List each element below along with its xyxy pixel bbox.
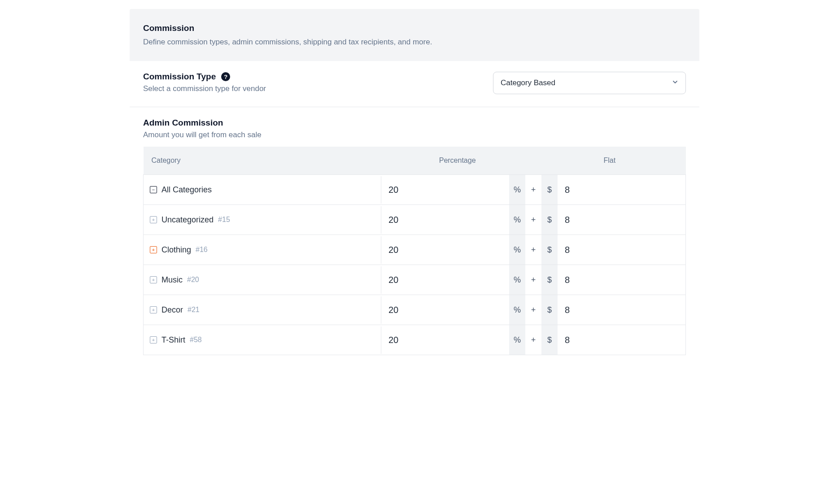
percentage-input[interactable] <box>381 235 509 265</box>
expand-icon[interactable]: + <box>150 306 157 313</box>
flat-input[interactable] <box>558 265 685 295</box>
percentage-input[interactable] <box>381 265 509 295</box>
currency-symbol: $ <box>541 205 558 235</box>
currency-symbol: $ <box>541 235 558 265</box>
percent-symbol: % <box>509 265 525 295</box>
category-id: #15 <box>218 216 230 224</box>
commission-type-label: Commission Type <box>143 72 216 82</box>
category-cell: +Music#20 <box>144 266 381 294</box>
plus-symbol: + <box>525 265 541 295</box>
plus-symbol: + <box>525 175 541 204</box>
currency-symbol: $ <box>541 265 558 295</box>
currency-symbol: $ <box>541 325 558 355</box>
currency-symbol: $ <box>541 175 558 204</box>
table-row: −All Categories%+$ <box>144 175 686 205</box>
collapse-icon[interactable]: − <box>150 186 157 193</box>
flat-input[interactable] <box>558 205 685 235</box>
commission-table: Category Percentage Flat −All Categories… <box>143 147 686 355</box>
commission-type-select[interactable]: Category Based <box>493 72 686 94</box>
plus-symbol: + <box>525 235 541 265</box>
value-cell: %+$ <box>381 295 685 325</box>
plus-symbol: + <box>525 295 541 325</box>
commission-title: Commission <box>143 23 686 33</box>
currency-symbol: $ <box>541 295 558 325</box>
category-cell: +Uncategorized#15 <box>144 206 381 234</box>
category-id: #16 <box>196 246 208 254</box>
category-id: #58 <box>190 336 202 344</box>
percentage-input[interactable] <box>381 205 509 235</box>
flat-input[interactable] <box>558 295 685 325</box>
percent-symbol: % <box>509 295 525 325</box>
category-name: Music <box>161 275 183 285</box>
percentage-input[interactable] <box>381 325 509 355</box>
percentage-input[interactable] <box>381 295 509 325</box>
table-header-row: Category Percentage Flat <box>144 147 686 175</box>
table-row: +Music#20%+$ <box>144 265 686 295</box>
commission-type-section: Commission Type ? Select a commission ty… <box>130 61 699 107</box>
percentage-input[interactable] <box>381 175 509 204</box>
admin-commission-section: Admin Commission Amount you will get fro… <box>130 107 699 139</box>
plus-symbol: + <box>525 205 541 235</box>
category-id: #21 <box>188 306 200 314</box>
expand-icon[interactable]: + <box>150 246 157 253</box>
th-flat: Flat <box>533 147 685 175</box>
category-name: T-Shirt <box>161 335 185 345</box>
category-name: Decor <box>161 305 183 315</box>
commission-type-description: Select a commission type for vendor <box>143 84 493 93</box>
commission-type-selected: Category Based <box>501 78 555 87</box>
value-cell: %+$ <box>381 265 685 295</box>
percent-symbol: % <box>509 205 525 235</box>
table-row: +Clothing#16%+$ <box>144 235 686 265</box>
th-category: Category <box>144 147 382 175</box>
category-cell: +Decor#21 <box>144 296 381 324</box>
percent-symbol: % <box>509 235 525 265</box>
plus-symbol: + <box>525 325 541 355</box>
category-id: #20 <box>187 276 199 284</box>
table-row: +Decor#21%+$ <box>144 295 686 325</box>
table-row: +Uncategorized#15%+$ <box>144 205 686 235</box>
value-cell: %+$ <box>381 175 685 204</box>
percent-symbol: % <box>509 325 525 355</box>
value-cell: %+$ <box>381 325 685 355</box>
value-cell: %+$ <box>381 235 685 265</box>
admin-commission-label: Admin Commission <box>143 118 686 128</box>
percent-symbol: % <box>509 175 525 204</box>
th-percentage: Percentage <box>381 147 533 175</box>
category-cell: +Clothing#16 <box>144 236 381 264</box>
commission-header: Commission Define commission types, admi… <box>130 9 699 61</box>
category-name: Clothing <box>161 245 191 255</box>
expand-icon[interactable]: + <box>150 216 157 223</box>
flat-input[interactable] <box>558 325 685 355</box>
category-name: All Categories <box>161 185 212 195</box>
table-row: +T-Shirt#58%+$ <box>144 325 686 355</box>
expand-icon[interactable]: + <box>150 276 157 283</box>
commission-subtitle: Define commission types, admin commissio… <box>143 38 686 47</box>
flat-input[interactable] <box>558 175 685 204</box>
category-cell: +T-Shirt#58 <box>144 326 381 354</box>
help-icon[interactable]: ? <box>221 72 230 81</box>
admin-commission-description: Amount you will get from each sale <box>143 130 686 139</box>
expand-icon[interactable]: + <box>150 336 157 343</box>
flat-input[interactable] <box>558 235 685 265</box>
category-name: Uncategorized <box>161 215 214 225</box>
value-cell: %+$ <box>381 205 685 235</box>
category-cell: −All Categories <box>144 176 381 204</box>
